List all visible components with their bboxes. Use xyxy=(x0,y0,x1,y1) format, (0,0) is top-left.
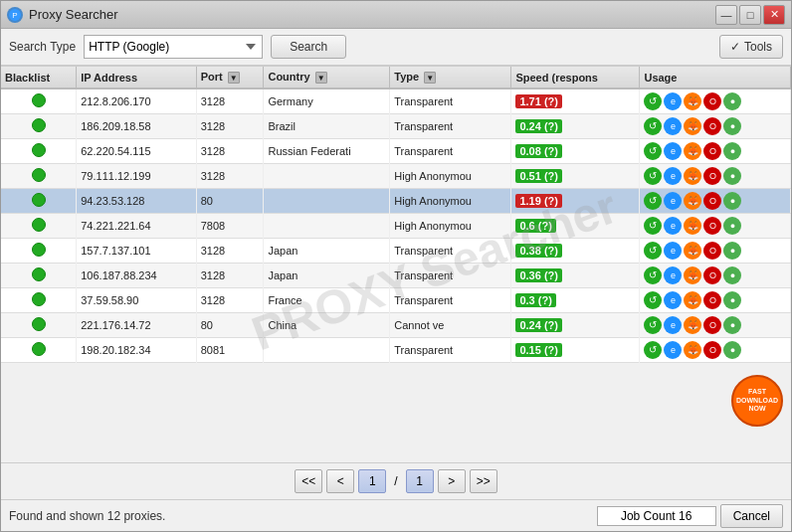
refresh-icon[interactable]: ↺ xyxy=(644,291,662,309)
refresh-icon[interactable]: ↺ xyxy=(644,92,662,110)
firefox-icon[interactable]: 🦊 xyxy=(684,242,701,260)
cell-type: Transparent xyxy=(390,239,511,264)
table-row[interactable]: 94.23.53.12880High Anonymou1.19 (?)↺e🦊O● xyxy=(1,189,791,214)
chrome-icon[interactable]: ● xyxy=(723,142,741,160)
table-row[interactable]: 74.221.221.647808High Anonymou0.6 (?)↺e🦊… xyxy=(1,214,791,239)
chrome-icon[interactable]: ● xyxy=(723,316,741,334)
opera-icon[interactable]: O xyxy=(703,167,721,185)
refresh-icon[interactable]: ↺ xyxy=(644,117,662,135)
firefox-icon[interactable]: 🦊 xyxy=(684,316,701,334)
cell-speed: 0.3 (?) xyxy=(511,288,640,313)
table-row[interactable]: 79.111.12.1993128High Anonymou0.51 (?)↺e… xyxy=(1,164,791,189)
firefox-icon[interactable]: 🦊 xyxy=(684,266,701,284)
opera-icon[interactable]: O xyxy=(703,242,721,260)
chrome-icon[interactable]: ● xyxy=(723,92,741,110)
search-type-select[interactable]: HTTP (Google) HTTPS (Google) SOCKS4 SOCK… xyxy=(84,35,263,59)
chrome-icon[interactable]: ● xyxy=(723,217,741,235)
opera-icon[interactable]: O xyxy=(703,117,721,135)
tools-label: Tools xyxy=(744,40,772,54)
opera-icon[interactable]: O xyxy=(703,92,721,110)
ie-icon[interactable]: e xyxy=(664,192,682,210)
status-indicator xyxy=(32,143,46,157)
table-row[interactable]: 212.8.206.1703128GermanyTransparent1.71 … xyxy=(1,89,791,114)
opera-icon[interactable]: O xyxy=(703,217,721,235)
chrome-icon[interactable]: ● xyxy=(723,266,741,284)
search-button[interactable]: Search xyxy=(271,35,346,59)
ie-icon[interactable]: e xyxy=(664,266,682,284)
maximize-button[interactable]: □ xyxy=(739,5,761,25)
cell-usage: ↺e🦊O● xyxy=(640,264,790,287)
cell-usage: ↺e🦊O● xyxy=(640,338,790,362)
table-container[interactable]: Blacklist IP Address Port ▼ Country ▼ Ty… xyxy=(1,66,791,363)
firefox-icon[interactable]: 🦊 xyxy=(684,117,701,135)
cell-type: High Anonymou xyxy=(390,214,511,239)
close-button[interactable]: ✕ xyxy=(763,5,785,25)
first-page-button[interactable]: << xyxy=(295,469,322,493)
ie-icon[interactable]: e xyxy=(664,142,682,160)
next-page-button[interactable]: > xyxy=(438,469,466,493)
opera-icon[interactable]: O xyxy=(703,341,721,359)
refresh-icon[interactable]: ↺ xyxy=(644,167,662,185)
last-page-button[interactable]: >> xyxy=(470,469,497,493)
cell-usage: ↺e🦊O● xyxy=(640,164,790,188)
country-filter-icon[interactable]: ▼ xyxy=(315,72,327,84)
chrome-icon[interactable]: ● xyxy=(723,242,741,260)
total-page-button[interactable]: 1 xyxy=(406,469,434,493)
table-row[interactable]: 186.209.18.583128BrazilTransparent0.24 (… xyxy=(1,114,791,139)
table-row[interactable]: 198.20.182.348081Transparent0.15 (?)↺e🦊O… xyxy=(1,338,791,363)
ie-icon[interactable]: e xyxy=(664,167,682,185)
ie-icon[interactable]: e xyxy=(664,341,682,359)
ie-icon[interactable]: e xyxy=(664,92,682,110)
cell-country: China xyxy=(264,313,390,338)
type-filter-icon[interactable]: ▼ xyxy=(424,72,436,84)
opera-icon[interactable]: O xyxy=(703,192,721,210)
chrome-icon[interactable]: ● xyxy=(723,192,741,210)
ie-icon[interactable]: e xyxy=(664,117,682,135)
refresh-icon[interactable]: ↺ xyxy=(644,192,662,210)
opera-icon[interactable]: O xyxy=(703,266,721,284)
refresh-icon[interactable]: ↺ xyxy=(644,341,662,359)
firefox-icon[interactable]: 🦊 xyxy=(684,341,701,359)
table-row[interactable]: 157.7.137.1013128JapanTransparent0.38 (?… xyxy=(1,239,791,264)
opera-icon[interactable]: O xyxy=(703,316,721,334)
cell-speed: 0.38 (?) xyxy=(511,239,640,264)
current-page-button[interactable]: 1 xyxy=(358,469,386,493)
ie-icon[interactable]: e xyxy=(664,291,682,309)
cell-port: 3128 xyxy=(196,264,264,288)
ie-icon[interactable]: e xyxy=(664,316,682,334)
table-row[interactable]: 221.176.14.7280ChinaCannot ve0.24 (?)↺e🦊… xyxy=(1,313,791,338)
refresh-icon[interactable]: ↺ xyxy=(644,142,662,160)
opera-icon[interactable]: O xyxy=(703,142,721,160)
refresh-icon[interactable]: ↺ xyxy=(644,316,662,334)
status-indicator xyxy=(32,243,46,257)
page-separator: / xyxy=(390,474,401,488)
prev-page-button[interactable]: < xyxy=(326,469,354,493)
firefox-icon[interactable]: 🦊 xyxy=(684,142,701,160)
table-row[interactable]: 37.59.58.903128FranceTransparent0.3 (?)↺… xyxy=(1,288,791,313)
pagination-row: << < 1 / 1 > >> xyxy=(1,462,791,499)
cell-type: Transparent xyxy=(390,264,511,288)
ie-icon[interactable]: e xyxy=(664,217,682,235)
firefox-icon[interactable]: 🦊 xyxy=(684,217,701,235)
tools-button[interactable]: ✓ Tools xyxy=(719,35,783,59)
firefox-icon[interactable]: 🦊 xyxy=(684,92,701,110)
minimize-button[interactable]: — xyxy=(715,5,737,25)
chrome-icon[interactable]: ● xyxy=(723,117,741,135)
cell-port: 3128 xyxy=(196,89,264,114)
firefox-icon[interactable]: 🦊 xyxy=(684,291,701,309)
chrome-icon[interactable]: ● xyxy=(723,291,741,309)
refresh-icon[interactable]: ↺ xyxy=(644,266,662,284)
port-filter-icon[interactable]: ▼ xyxy=(228,72,240,84)
table-row[interactable]: 106.187.88.2343128JapanTransparent0.36 (… xyxy=(1,264,791,288)
firefox-icon[interactable]: 🦊 xyxy=(684,167,701,185)
toolbar: Search Type HTTP (Google) HTTPS (Google)… xyxy=(1,29,791,66)
firefox-icon[interactable]: 🦊 xyxy=(684,192,701,210)
cancel-button[interactable]: Cancel xyxy=(720,504,783,528)
chrome-icon[interactable]: ● xyxy=(723,167,741,185)
opera-icon[interactable]: O xyxy=(703,291,721,309)
ie-icon[interactable]: e xyxy=(664,242,682,260)
refresh-icon[interactable]: ↺ xyxy=(644,242,662,260)
refresh-icon[interactable]: ↺ xyxy=(644,217,662,235)
table-row[interactable]: 62.220.54.1153128Russian FederatiTranspa… xyxy=(1,139,791,164)
chrome-icon[interactable]: ● xyxy=(723,341,741,359)
